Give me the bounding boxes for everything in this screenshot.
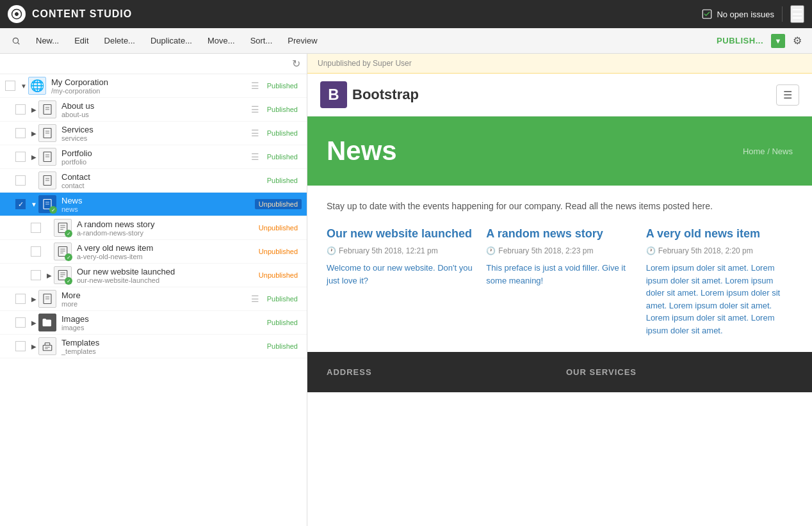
- tree-checkbox-contact[interactable]: [15, 175, 26, 186]
- expand-arrow-templates[interactable]: ▶: [29, 342, 38, 351]
- card-1-text: This preface is just a void filler. Give…: [486, 262, 633, 287]
- search-button[interactable]: [5, 33, 27, 49]
- expand-arrow-new-website[interactable]: ▶: [45, 271, 54, 280]
- item-icon-old-news: ✓: [54, 243, 72, 260]
- sort-button[interactable]: Sort...: [244, 33, 279, 49]
- folder-icon: [42, 317, 53, 328]
- tree-checkbox-more[interactable]: [15, 294, 26, 304]
- sidebar-item-services[interactable]: ▶ Services services ☰ Published: [0, 122, 307, 145]
- footer-col1-heading: ADDRESS: [327, 367, 553, 377]
- tree-checkbox-new-website[interactable]: [31, 270, 41, 280]
- item-info-templates: Templates _templates: [61, 338, 263, 355]
- item-info-random-news: A random news story a-random-news-story: [77, 219, 255, 237]
- expand-arrow-more[interactable]: ▶: [29, 294, 38, 303]
- sidebar: ↻ ▼ 🌐 My Corporation /my-corporation ☰ P…: [0, 54, 307, 526]
- drag-handle-more: ☰: [251, 294, 259, 304]
- templates-icon: [42, 340, 53, 352]
- status-more: Published: [263, 294, 302, 304]
- news-card-0: Our new website launched 🕐 February 5th …: [327, 227, 473, 337]
- tree-checkbox-about-us[interactable]: [15, 104, 26, 115]
- hamburger-button[interactable]: ☰: [790, 5, 804, 23]
- expand-arrow-my-corporation[interactable]: ▼: [19, 81, 28, 90]
- breadcrumb-sep: /: [767, 147, 770, 156]
- expand-arrow-services[interactable]: ▶: [29, 129, 38, 138]
- sidebar-item-my-corporation[interactable]: ▼ 🌐 My Corporation /my-corporation ☰ Pub…: [0, 74, 307, 98]
- publish-button[interactable]: PUBLISH...: [711, 33, 768, 49]
- app-title: CONTENT STUDIO: [32, 8, 701, 20]
- sidebar-item-more[interactable]: ▶ More more ☰ Published: [0, 287, 307, 311]
- item-info-portfolio: Portfolio portfolio: [61, 148, 251, 166]
- expand-arrow-images[interactable]: ▶: [29, 318, 38, 327]
- intro-text: Stay up to date with the events happenin…: [327, 201, 793, 211]
- published-check: ✓: [65, 230, 72, 237]
- sidebar-item-portfolio[interactable]: ▶ Portfolio portfolio ☰ Published: [0, 145, 307, 169]
- expand-arrow-about-us[interactable]: ▶: [29, 105, 38, 114]
- card-1-title: A random news story: [486, 227, 633, 241]
- item-icon-templates: [38, 337, 56, 355]
- page-icon: [42, 293, 53, 305]
- unpublished-bar: Unpublished by Super User: [307, 54, 812, 74]
- drag-handle-my-corporation: ☰: [251, 81, 259, 91]
- tree-checkbox-images[interactable]: [15, 317, 26, 328]
- news-card-2: A very old news item 🕐 February 5th 2018…: [646, 227, 793, 337]
- tree-checkbox-random-news[interactable]: [31, 223, 41, 233]
- expand-arrow-news[interactable]: ▼: [29, 200, 38, 209]
- status-services: Published: [263, 128, 302, 138]
- delete-button[interactable]: Delete...: [98, 33, 142, 49]
- status-templates: Published: [263, 341, 302, 351]
- publish-dropdown-button[interactable]: ▼: [771, 34, 785, 48]
- top-bar-right: No open issues ☰: [701, 5, 804, 23]
- clock-icon-1: 🕐: [486, 246, 496, 255]
- news-card-1: A random news story 🕐 February 5th 2018,…: [486, 227, 633, 337]
- status-my-corporation: Published: [263, 81, 302, 91]
- sidebar-item-templates[interactable]: ▶ Templates _templates Published: [0, 335, 307, 358]
- tree-checkbox-old-news[interactable]: [31, 246, 41, 257]
- preview-content: Stay up to date with the events happenin…: [307, 186, 812, 352]
- item-icon-random-news: ✓: [54, 219, 72, 237]
- tree-checkbox-services[interactable]: [15, 128, 26, 138]
- sidebar-item-old-news[interactable]: ▶ ✓ A very old news item a-very-old-news…: [0, 240, 307, 264]
- sidebar-item-random-news[interactable]: ▶ ✓ A random news story a-random-news-st…: [0, 216, 307, 240]
- item-icon-images: [38, 314, 56, 331]
- toolbar: New... Edit Delete... Duplicate... Move.…: [0, 28, 812, 54]
- drag-handle-services: ☰: [251, 128, 259, 138]
- status-images: Published: [263, 317, 302, 328]
- drag-handle-about-us: ☰: [251, 104, 259, 115]
- sidebar-item-contact[interactable]: ▶ Contact contact Published: [0, 169, 307, 193]
- divider: [782, 6, 783, 22]
- top-bar: CONTENT STUDIO No open issues ☰: [0, 0, 812, 28]
- preview-footer: ADDRESS OUR SERVICES: [307, 352, 812, 392]
- edit-button[interactable]: Edit: [68, 33, 95, 49]
- item-icon-more: [38, 290, 56, 308]
- card-2-text: Lorem ipsum doler sit amet. Lorem ipsum …: [646, 262, 793, 337]
- tree-checkbox-templates[interactable]: [15, 341, 26, 351]
- preview-button[interactable]: Preview: [281, 33, 323, 49]
- expand-arrow-portfolio[interactable]: ▶: [29, 152, 38, 161]
- footer-col-2: OUR SERVICES: [566, 367, 793, 377]
- item-info-about-us: About us about-us: [61, 101, 251, 118]
- duplicate-button[interactable]: Duplicate...: [144, 33, 199, 49]
- sidebar-item-images[interactable]: ▶ Images images Published: [0, 311, 307, 335]
- brand-name: Bootstrap: [352, 86, 419, 103]
- new-button[interactable]: New...: [29, 33, 65, 49]
- brand-logo: B: [320, 81, 347, 108]
- tree-checkbox-portfolio[interactable]: [15, 152, 26, 162]
- refresh-icon[interactable]: ↻: [292, 58, 300, 70]
- sidebar-item-new-website[interactable]: ▶ ✓ Our new website launched our-new-web…: [0, 264, 307, 287]
- published-check: ✓: [65, 277, 72, 285]
- tree-checkbox-my-corporation[interactable]: [5, 81, 15, 91]
- navbar-toggler[interactable]: ☰: [776, 84, 799, 106]
- item-info-my-corporation: My Corporation /my-corporation: [51, 77, 251, 95]
- tree-checkbox-news[interactable]: ✓: [15, 199, 26, 209]
- sidebar-item-news[interactable]: ✓ ▼ ✓ News news Unpublished: [0, 193, 307, 216]
- settings-button[interactable]: ⚙: [788, 32, 807, 49]
- page-icon: [42, 127, 53, 139]
- svg-rect-33: [43, 346, 52, 351]
- status-about-us: Published: [263, 104, 302, 115]
- clock-icon-0: 🕐: [327, 246, 336, 255]
- status-portfolio: Published: [263, 152, 302, 162]
- card-2-title: A very old news item: [646, 227, 793, 241]
- checklist-icon: [701, 8, 713, 20]
- move-button[interactable]: Move...: [201, 33, 241, 49]
- sidebar-item-about-us[interactable]: ▶ About us about-us ☰ Published: [0, 98, 307, 122]
